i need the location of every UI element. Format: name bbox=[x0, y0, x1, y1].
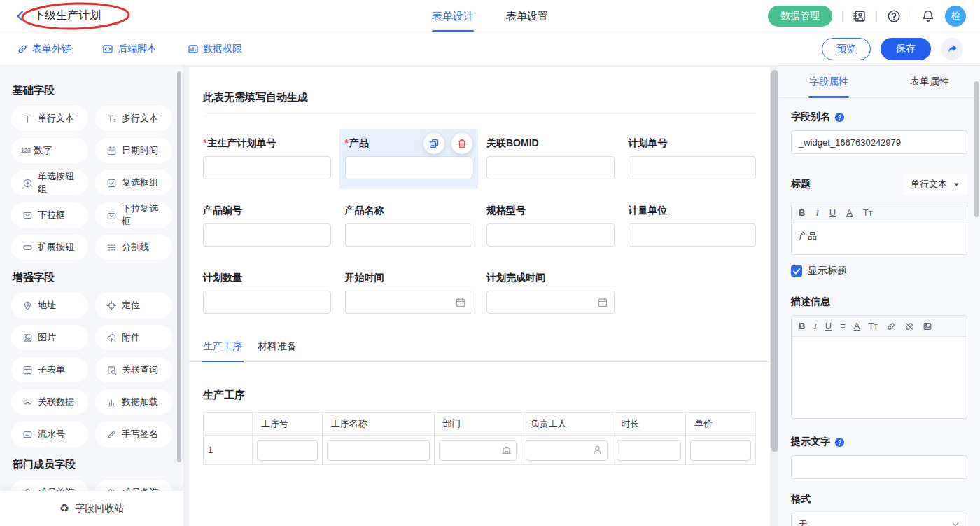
field-product-name[interactable]: 产品名称 bbox=[345, 205, 473, 247]
field-plan-qty[interactable]: 计划数量 bbox=[203, 272, 331, 314]
tab-field-properties[interactable]: 字段属性 bbox=[778, 66, 879, 97]
underline-button[interactable]: U bbox=[825, 321, 832, 331]
field-item-data-load[interactable]: 数据加载 bbox=[95, 389, 172, 415]
field-master-plan-no[interactable]: *主生产计划单号 bbox=[203, 137, 331, 179]
canvas-scrollbar[interactable] bbox=[771, 70, 778, 452]
field-type-select[interactable]: 单行文本 bbox=[904, 174, 967, 195]
date-input[interactable] bbox=[345, 291, 473, 314]
field-item-single-line-text[interactable]: 单行文本 bbox=[11, 106, 88, 131]
field-spec-model[interactable]: 规格型号 bbox=[486, 205, 615, 247]
underline-button[interactable]: U bbox=[830, 208, 836, 217]
save-button[interactable]: 保存 bbox=[881, 38, 931, 60]
checkbox-checked-icon[interactable] bbox=[791, 265, 802, 277]
field-item-label: 图片 bbox=[38, 331, 56, 344]
tab-material-prep[interactable]: 材料准备 bbox=[258, 340, 297, 361]
bold-button[interactable]: B bbox=[799, 208, 805, 217]
tab-form-design[interactable]: 表单设计 bbox=[432, 0, 474, 32]
share-button[interactable] bbox=[941, 38, 963, 60]
field-item-image[interactable]: 图片 bbox=[11, 325, 88, 350]
font-size-button[interactable]: Tᴛ bbox=[863, 208, 873, 217]
font-color-button[interactable]: A bbox=[854, 321, 860, 331]
tab-form-settings[interactable]: 表单设置 bbox=[506, 0, 548, 32]
show-title-checkbox-row[interactable]: 显示标题 bbox=[791, 265, 967, 277]
worker-input[interactable] bbox=[526, 440, 608, 461]
font-color-button[interactable]: A bbox=[846, 208, 853, 217]
text-input[interactable] bbox=[486, 223, 615, 247]
note-divider bbox=[203, 116, 756, 116]
field-item-serial-number[interactable]: 流水号 bbox=[11, 422, 88, 447]
remove-link-button[interactable] bbox=[904, 321, 914, 331]
bold-button[interactable]: B bbox=[799, 321, 805, 331]
field-plan-finish-time[interactable]: 计划完成时间 bbox=[486, 272, 615, 314]
data-permission-link[interactable]: 数据权限 bbox=[188, 43, 242, 55]
copy-field-button[interactable] bbox=[424, 133, 444, 154]
help-icon[interactable] bbox=[834, 437, 845, 448]
align-button[interactable]: ≡ bbox=[840, 321, 846, 331]
font-size-button[interactable]: Tᴛ bbox=[868, 321, 878, 331]
field-item-signature[interactable]: 手写签名 bbox=[95, 422, 172, 447]
department-input[interactable] bbox=[439, 440, 517, 461]
field-item-linked-query[interactable]: 关联查询 bbox=[95, 357, 172, 382]
text-input[interactable] bbox=[203, 291, 331, 314]
avatar[interactable]: 检 bbox=[945, 6, 966, 27]
field-item-datetime[interactable]: 日期时间 bbox=[95, 138, 172, 163]
text-input[interactable] bbox=[203, 156, 331, 179]
text-input[interactable] bbox=[345, 223, 473, 247]
help-icon[interactable] bbox=[834, 112, 845, 123]
contacts-icon[interactable] bbox=[853, 9, 867, 23]
italic-button[interactable]: I bbox=[813, 321, 816, 331]
text-input[interactable] bbox=[486, 156, 615, 179]
format-select[interactable]: 无 bbox=[791, 513, 967, 526]
text-input[interactable] bbox=[345, 156, 473, 179]
preview-button[interactable]: 预览 bbox=[822, 38, 871, 60]
help-icon[interactable] bbox=[887, 9, 901, 23]
back-icon[interactable] bbox=[14, 10, 27, 22]
tab-production-process[interactable]: 生产工序 bbox=[203, 340, 242, 361]
field-label: 关联BOMID bbox=[486, 137, 539, 148]
field-product-code[interactable]: 产品编号 bbox=[203, 205, 331, 247]
field-item-location[interactable]: 定位 bbox=[95, 293, 172, 318]
insert-image-button[interactable] bbox=[923, 321, 932, 331]
field-bom-id[interactable]: 关联BOMID bbox=[486, 137, 615, 179]
field-item-divider[interactable]: 分割线 bbox=[95, 235, 172, 260]
sidebar-scrollbar[interactable] bbox=[177, 71, 181, 462]
field-plan-no[interactable]: 计划单号 bbox=[629, 137, 757, 179]
process-name-input[interactable] bbox=[327, 440, 430, 461]
duration-input[interactable] bbox=[617, 440, 681, 461]
calendar-icon bbox=[455, 297, 466, 308]
backend-script-link[interactable]: 后端脚本 bbox=[102, 43, 157, 55]
hint-input[interactable] bbox=[791, 455, 967, 479]
description-editor-content[interactable] bbox=[792, 337, 967, 418]
date-input[interactable] bbox=[486, 291, 615, 314]
insert-link-button[interactable] bbox=[886, 321, 896, 331]
text-input[interactable] bbox=[203, 223, 331, 247]
unit-price-input[interactable] bbox=[690, 440, 751, 461]
panel-scrollbar[interactable] bbox=[974, 81, 979, 217]
field-item-number[interactable]: 123数字 bbox=[11, 138, 88, 163]
tab-form-properties[interactable]: 表单属性 bbox=[879, 66, 980, 97]
field-start-time[interactable]: 开始时间 bbox=[345, 272, 473, 314]
field-item-attachment[interactable]: 附件 bbox=[95, 325, 172, 350]
field-item-select[interactable]: 下拉框 bbox=[11, 202, 88, 228]
field-item-extend-button[interactable]: 扩展按钮 bbox=[11, 235, 88, 260]
field-recycle-bin[interactable]: ♻ 字段回收站 bbox=[0, 491, 183, 526]
form-external-link[interactable]: 表单外链 bbox=[17, 43, 71, 55]
field-item-checkbox-group[interactable]: 复选框组 bbox=[95, 170, 172, 195]
field-item-multi-line-text[interactable]: 多行文本 bbox=[95, 106, 172, 131]
text-input[interactable] bbox=[629, 223, 757, 247]
title-editor-content[interactable]: 产品 bbox=[792, 223, 967, 254]
field-item-subform[interactable]: 子表单 bbox=[11, 357, 88, 382]
italic-button[interactable]: I bbox=[816, 208, 818, 217]
field-item-linked-data[interactable]: 关联数据 bbox=[11, 389, 88, 415]
field-item-multi-select[interactable]: 下拉复选框 bbox=[95, 202, 172, 228]
field-item-radio-group[interactable]: 单选按钮组 bbox=[11, 170, 88, 195]
delete-field-button[interactable] bbox=[451, 133, 472, 154]
process-no-input[interactable] bbox=[257, 440, 318, 461]
field-unit[interactable]: 计量单位 bbox=[629, 205, 757, 247]
field-item-address[interactable]: 地址 bbox=[11, 293, 88, 318]
bell-icon[interactable] bbox=[921, 9, 935, 23]
text-input[interactable] bbox=[629, 156, 757, 179]
data-manage-button[interactable]: 数据管理 bbox=[768, 6, 832, 27]
field-product-selected[interactable]: *产品 bbox=[340, 129, 479, 189]
alias-input[interactable]: _widget_1667630242979 bbox=[791, 130, 967, 154]
